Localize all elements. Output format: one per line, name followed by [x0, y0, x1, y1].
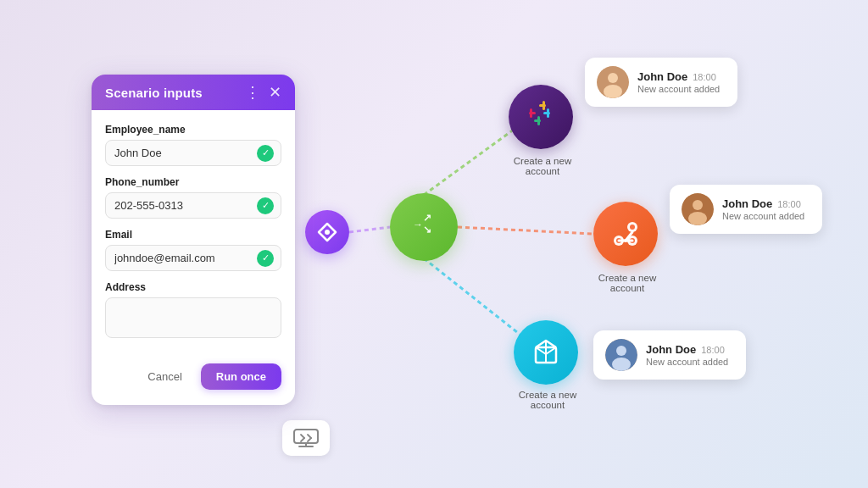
box-notification-card: John Doe 18:00 New account added — [593, 330, 746, 380]
slack-icon — [522, 98, 559, 136]
box-notif-name-row: John Doe 18:00 — [646, 343, 728, 356]
hubspot-notif-msg: New account added — [722, 211, 804, 221]
close-icon[interactable]: ✕ — [269, 85, 281, 100]
svg-rect-13 — [547, 108, 549, 118]
run-once-button[interactable]: Run once — [201, 363, 281, 390]
router-node[interactable] — [305, 210, 349, 254]
phone-number-label: Phone_number — [105, 176, 281, 188]
modal-title: Scenario inputs — [105, 86, 203, 100]
employee-name-label: Employee_name — [105, 124, 281, 136]
address-wrap — [105, 297, 281, 341]
hub-node[interactable]: → ↗ ↘ — [390, 193, 458, 261]
email-input[interactable] — [105, 245, 281, 271]
hubspot-notif-text: John Doe 18:00 New account added — [722, 197, 804, 221]
slack-notif-msg: New account added — [637, 84, 720, 94]
svg-point-25 — [624, 239, 627, 242]
svg-rect-39 — [294, 430, 318, 443]
hubspot-icon — [607, 215, 644, 252]
svg-point-32 — [604, 85, 622, 98]
slack-notif-name: John Doe — [637, 70, 687, 83]
employee-name-check-icon: ✓ — [257, 145, 274, 162]
avatar-person-icon-2 — [682, 193, 714, 225]
modal-footer: Cancel Run once — [92, 352, 295, 390]
scenario-inputs-modal: Scenario inputs ⋮ ✕ Employee_name ✓ Phon… — [92, 75, 295, 405]
svg-rect-9 — [530, 108, 532, 118]
svg-rect-11 — [537, 116, 540, 125]
svg-text:→: → — [413, 219, 423, 230]
phone-number-input[interactable] — [105, 192, 281, 219]
svg-rect-15 — [542, 101, 545, 110]
avatar-person-icon-3 — [605, 339, 637, 371]
box-node[interactable] — [514, 320, 578, 385]
slack-notif-time: 18:00 — [693, 72, 716, 82]
address-input[interactable] — [105, 297, 281, 338]
slack-notification-card: John Doe 18:00 New account added — [585, 58, 737, 107]
slack-node-label: Create a new account — [500, 156, 585, 176]
svg-point-38 — [612, 358, 631, 371]
svg-point-31 — [608, 73, 618, 83]
box-notif-msg: New account added — [646, 357, 728, 367]
modal-header-icons: ⋮ ✕ — [245, 85, 281, 100]
box-icon — [527, 334, 565, 371]
employee-name-input[interactable] — [105, 140, 281, 166]
hubspot-notif-name-row: John Doe 18:00 — [722, 197, 804, 210]
box-notif-text: John Doe 18:00 New account added — [646, 343, 728, 367]
box-notif-name: John Doe — [646, 343, 696, 356]
svg-line-43 — [301, 438, 304, 441]
svg-point-37 — [616, 346, 626, 356]
slack-notif-avatar — [597, 66, 629, 98]
hubspot-node[interactable] — [593, 202, 658, 266]
hubspot-node-label: Create a new account — [585, 273, 670, 293]
box-node-label: Create a new account — [505, 390, 590, 410]
box-notif-avatar — [605, 339, 637, 371]
router-icon — [315, 220, 339, 244]
hubspot-notification-card: John Doe 18:00 New account added — [670, 185, 822, 234]
hubspot-notif-time: 18:00 — [777, 199, 801, 209]
email-wrap: ✓ — [105, 245, 281, 271]
hubspot-notif-name: John Doe — [722, 197, 772, 210]
avatar-person-icon — [597, 66, 629, 98]
more-options-icon[interactable]: ⋮ — [245, 85, 260, 100]
svg-point-4 — [325, 230, 330, 235]
svg-point-35 — [688, 212, 707, 225]
modal-body: Employee_name ✓ Phone_number ✓ Email ✓ A… — [92, 110, 295, 341]
email-label: Email — [105, 229, 281, 241]
input-node[interactable] — [282, 420, 330, 456]
hub-icon: → ↗ ↘ — [404, 208, 443, 247]
svg-line-0 — [349, 227, 390, 232]
email-check-icon: ✓ — [257, 250, 274, 267]
svg-point-34 — [693, 200, 703, 210]
svg-point-17 — [630, 225, 635, 230]
input-node-icon — [292, 426, 320, 450]
svg-text:↗: ↗ — [423, 212, 431, 224]
svg-text:↘: ↘ — [423, 224, 431, 236]
phone-number-wrap: ✓ — [105, 192, 281, 219]
phone-number-check-icon: ✓ — [257, 197, 274, 214]
address-label: Address — [105, 281, 281, 293]
slack-notif-name-row: John Doe 18:00 — [637, 70, 720, 83]
svg-line-45 — [308, 438, 311, 441]
svg-line-3 — [424, 258, 526, 339]
hubspot-notif-avatar — [682, 193, 714, 225]
employee-name-wrap: ✓ — [105, 140, 281, 166]
slack-notif-text: John Doe 18:00 New account added — [637, 70, 720, 94]
box-notif-time: 18:00 — [701, 345, 725, 355]
cancel-button[interactable]: Cancel — [137, 364, 192, 389]
modal-header: Scenario inputs ⋮ ✕ — [92, 75, 295, 110]
slack-node[interactable] — [509, 85, 573, 149]
svg-line-2 — [458, 227, 593, 234]
